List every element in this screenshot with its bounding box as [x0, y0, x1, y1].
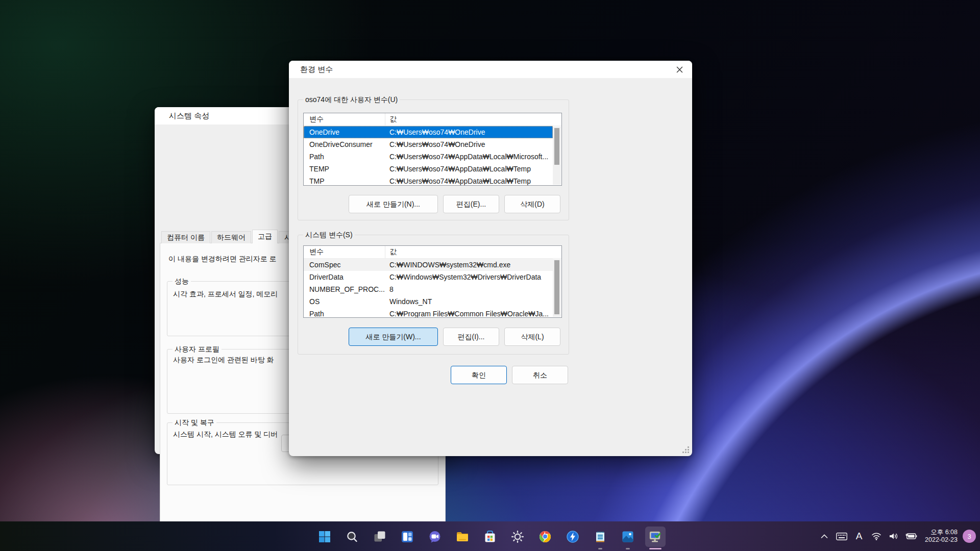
admin-notice-text: 이 내용을 변경하려면 관리자로 로 [168, 255, 277, 264]
tab[interactable]: 하드웨어 [211, 231, 251, 243]
start-button[interactable] [314, 527, 335, 547]
performance-description: 시각 효과, 프로세서 일정, 메모리 [173, 290, 278, 299]
settings-icon [511, 530, 524, 543]
chrome-icon [538, 530, 552, 543]
table-row[interactable]: TMP C:₩Users₩oso74₩AppData₩Local₩Temp [304, 175, 553, 186]
lightning-app-button[interactable] [562, 527, 583, 547]
column-header-variable[interactable]: 변수 [304, 113, 385, 126]
table-row[interactable]: TEMP C:₩Users₩oso74₩AppData₩Local₩Temp [304, 163, 553, 175]
user-table-rows: OneDrive C:₩Users₩oso74₩OneDrive OneDriv… [304, 126, 561, 186]
cancel-button[interactable]: 취소 [512, 366, 568, 384]
system-properties-tabs: 컴퓨터 이름하드웨어고급시스 [161, 230, 305, 243]
action-button[interactable]: 새로 만들기(N)... [349, 195, 438, 213]
chat-button[interactable] [425, 527, 445, 547]
notification-badge[interactable]: 3 [963, 530, 976, 543]
taskbar-clock[interactable]: 오후 6:08 2022-02-23 [921, 529, 961, 544]
column-header-value[interactable]: 값 [385, 247, 397, 257]
system-properties-title: 시스템 속성 [169, 111, 209, 121]
table-row[interactable]: Path C:₩Program Files₩Common Files₩Oracl… [304, 308, 553, 318]
system-variables-table[interactable]: 변수 값 ComSpec C:₩WINDOWS₩system32₩cmd.exe… [303, 245, 562, 318]
user-table-scrollbar[interactable] [553, 127, 561, 185]
env-titlebar[interactable]: 환경 변수 [289, 61, 692, 78]
user-variables-table[interactable]: 변수 값 OneDrive C:₩Users₩oso74₩OneDrive On… [303, 113, 562, 186]
tab[interactable]: 컴퓨터 이름 [161, 231, 210, 243]
system-table-header[interactable]: 변수 값 [304, 246, 561, 259]
table-row[interactable]: DriverData C:₩Windows₩System32₩Drivers₩D… [304, 271, 553, 283]
table-row[interactable]: OS Windows_NT [304, 295, 553, 308]
table-row[interactable]: Path C:₩Users₩oso74₩AppData₩Local₩Micros… [304, 151, 553, 163]
action-button[interactable]: 삭제(L) [504, 328, 560, 346]
battery-icon[interactable] [903, 526, 919, 546]
store-button[interactable] [480, 527, 500, 547]
system-properties-icon [648, 530, 663, 544]
taskbar: A 오후 6:08 2022-02-23 3 [0, 521, 980, 551]
settings-button[interactable] [507, 527, 528, 547]
user-variables-group-label: oso74에 대한 사용자 변수(U) [303, 95, 400, 105]
photos-button[interactable] [618, 527, 638, 547]
table-row[interactable]: NUMBER_OF_PROC... 8 [304, 283, 553, 295]
user-profiles-group-label: 사용자 프로필 [173, 345, 222, 354]
close-icon[interactable] [672, 63, 687, 76]
search-icon [346, 530, 359, 543]
file-explorer-button[interactable] [452, 527, 473, 547]
system-properties-taskbar-button[interactable] [645, 527, 666, 547]
action-button[interactable]: 편집(E)... [443, 195, 499, 213]
widgets-button[interactable] [397, 527, 418, 547]
startup-recovery-group-label: 시작 및 복구 [173, 418, 216, 428]
system-table-rows: ComSpec C:₩WINDOWS₩system32₩cmd.exe Driv… [304, 259, 561, 318]
resize-grip-icon[interactable] [682, 446, 689, 453]
widgets-icon [401, 530, 414, 543]
clock-date: 2022-02-23 [925, 536, 958, 544]
user-table-header[interactable]: 변수 값 [304, 113, 561, 126]
lightning-app-icon [566, 530, 579, 543]
task-view-button[interactable] [370, 527, 390, 547]
file-explorer-icon [456, 530, 469, 543]
wifi-icon[interactable] [869, 526, 884, 546]
environment-variables-dialog: 환경 변수 oso74에 대한 사용자 변수(U) 변수 값 OneDrive … [289, 61, 692, 456]
chrome-button[interactable] [535, 527, 555, 547]
chat-icon [428, 530, 442, 543]
start-icon [318, 530, 331, 543]
tab[interactable]: 고급 [252, 230, 278, 243]
table-row[interactable]: OneDrive C:₩Users₩oso74₩OneDrive [304, 126, 553, 138]
notepad-button[interactable] [590, 527, 610, 547]
action-button[interactable]: 새로 만들기(W)... [349, 328, 438, 346]
startup-recovery-description: 시스템 시작, 시스템 오류 및 디버 [173, 430, 278, 439]
system-variables-group-label: 시스템 변수(S) [303, 231, 355, 240]
photos-icon [621, 530, 634, 543]
table-row[interactable]: ComSpec C:₩WINDOWS₩system32₩cmd.exe [304, 259, 553, 271]
action-button[interactable]: 편집(I)... [443, 328, 499, 346]
touch-keyboard-icon[interactable] [834, 526, 849, 546]
column-header-value[interactable]: 값 [385, 115, 397, 124]
table-row[interactable]: OneDriveConsumer C:₩Users₩oso74₩OneDrive [304, 138, 553, 151]
performance-group-label: 성능 [173, 277, 191, 286]
notepad-icon [594, 530, 607, 543]
store-icon [483, 530, 497, 543]
hidden-icons-chevron[interactable] [817, 526, 832, 546]
column-header-variable[interactable]: 변수 [304, 246, 385, 258]
task-view-icon [373, 530, 386, 543]
volume-icon[interactable] [886, 526, 901, 546]
desktop-wallpaper: 시스템 속성 컴퓨터 이름하드웨어고급시스 이 내용을 변경하려면 관리자로 로… [0, 0, 980, 551]
ime-mode-indicator[interactable]: A [851, 526, 867, 546]
clock-time: 오후 6:08 [925, 529, 958, 536]
env-dialog-title: 환경 변수 [300, 65, 333, 74]
search-button[interactable] [342, 527, 362, 547]
ok-button[interactable]: 확인 [451, 366, 507, 384]
user-profiles-description: 사용자 로그인에 관련된 바탕 화 [173, 356, 274, 365]
action-button[interactable]: 삭제(D) [504, 195, 560, 213]
system-table-scrollbar[interactable] [553, 259, 561, 317]
